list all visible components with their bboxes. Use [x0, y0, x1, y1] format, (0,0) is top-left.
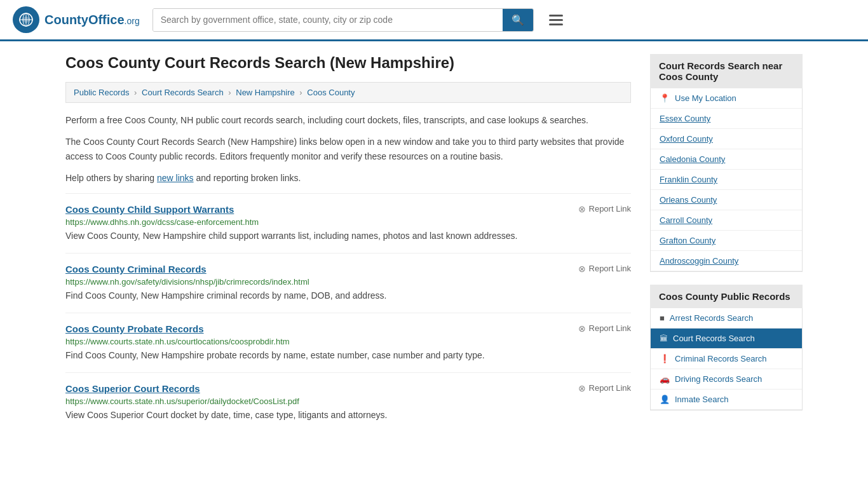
nearby-county-4[interactable]: Orleans County — [651, 190, 802, 210]
record-desc-0: View Coos County, New Hampshire child su… — [65, 229, 631, 243]
report-link-0[interactable]: ⊗ Report Link — [578, 204, 631, 214]
public-record-icon-4: 👤 — [660, 395, 670, 404]
public-record-icon-0: ■ — [660, 313, 665, 323]
nearby-county-3[interactable]: Franklin County — [651, 170, 802, 190]
public-record-icon-3: 🚗 — [660, 374, 670, 384]
use-my-location[interactable]: 📍 Use My Location — [651, 88, 802, 109]
record-title-0[interactable]: Coos County Child Support Warrants — [65, 204, 234, 215]
public-record-link-2[interactable]: ❗ Criminal Records Search — [651, 349, 802, 369]
nearby-county-5[interactable]: Carroll County — [651, 210, 802, 231]
records-list: Coos County Child Support Warrants ⊗ Rep… — [65, 193, 631, 432]
public-record-icon-2: ❗ — [660, 354, 670, 363]
breadcrumb-new-hampshire[interactable]: New Hampshire — [236, 88, 294, 97]
report-icon-2: ⊗ — [578, 323, 586, 334]
record-desc-1: Find Coos County, New Hampshire criminal… — [65, 289, 631, 302]
report-icon-1: ⊗ — [578, 264, 586, 274]
record-title-1[interactable]: Coos County Criminal Records — [65, 264, 207, 274]
record-desc-2: Find Coos County, New Hampshire probate … — [65, 349, 631, 362]
public-record-link-4[interactable]: 👤 Inmate Search — [651, 390, 802, 410]
report-link-1[interactable]: ⊗ Report Link — [578, 264, 631, 274]
record-item: Coos Superior Court Records ⊗ Report Lin… — [65, 372, 631, 432]
report-label-1: Report Link — [589, 264, 631, 273]
nearby-county-7[interactable]: Androscoggin County — [651, 251, 802, 271]
record-desc-3: View Coos Superior Court docket by date,… — [65, 409, 631, 422]
description-para2: The Coos County Court Records Search (Ne… — [65, 135, 631, 163]
description-para1: Perform a free Coos County, NH public co… — [65, 113, 631, 127]
report-label-0: Report Link — [589, 204, 631, 214]
search-input[interactable] — [153, 9, 503, 31]
menu-line-3 — [549, 24, 563, 25]
record-header: Coos Superior Court Records ⊗ Report Lin… — [65, 383, 631, 394]
report-link-2[interactable]: ⊗ Report Link — [578, 323, 631, 334]
report-icon-0: ⊗ — [578, 204, 586, 214]
report-link-3[interactable]: ⊗ Report Link — [578, 383, 631, 393]
logo-icon — [13, 6, 39, 33]
breadcrumb-public-records[interactable]: Public Records — [74, 88, 129, 97]
record-url-2: https://www.courts.state.nh.us/courtloca… — [65, 337, 631, 346]
menu-line-2 — [549, 19, 563, 21]
record-title-3[interactable]: Coos Superior Court Records — [65, 383, 200, 394]
breadcrumb-court-records[interactable]: Court Records Search — [142, 88, 224, 97]
header: CountyOffice.org 🔍 — [0, 0, 868, 41]
record-title-2[interactable]: Coos County Probate Records — [65, 323, 204, 334]
breadcrumb-sep-2: › — [228, 88, 231, 97]
report-label-3: Report Link — [589, 383, 631, 393]
menu-line-1 — [549, 15, 563, 17]
public-record-link-3[interactable]: 🚗 Driving Records Search — [651, 369, 802, 390]
nearby-county-6[interactable]: Grafton County — [651, 231, 802, 251]
new-links-link[interactable]: new links — [157, 173, 194, 183]
report-icon-3: ⊗ — [578, 383, 586, 393]
content-area: Coos County Court Records Search (New Ha… — [65, 54, 631, 432]
nearby-county-0[interactable]: Essex County — [651, 109, 802, 129]
record-item: Coos County Criminal Records ⊗ Report Li… — [65, 253, 631, 313]
menu-button[interactable] — [546, 12, 566, 28]
use-my-location-label: Use My Location — [675, 93, 736, 103]
nearby-county-1[interactable]: Oxford County — [651, 129, 802, 149]
nearby-county-2[interactable]: Caledonia County — [651, 149, 802, 170]
public-record-label-1: Court Records Search — [673, 334, 755, 343]
breadcrumb-sep-3: › — [299, 88, 302, 97]
record-url-1: https://www.nh.gov/safety/divisions/nhsp… — [65, 277, 631, 287]
nearby-header: Court Records Search near Coos County — [650, 54, 803, 88]
search-bar: 🔍 — [153, 8, 534, 32]
page-title: Coos County Court Records Search (New Ha… — [65, 54, 631, 72]
record-url-3: https://www.courts.state.nh.us/superior/… — [65, 396, 631, 406]
nearby-section: Court Records Search near Coos County 📍 … — [650, 54, 803, 272]
nearby-counties: Essex CountyOxford CountyCaledonia Count… — [651, 109, 802, 271]
description-para3: Help others by sharing new links and rep… — [65, 171, 631, 185]
public-records-section: Coos County Public Records ■ Arrest Reco… — [650, 285, 803, 410]
public-record-link-0[interactable]: ■ Arrest Records Search — [651, 308, 802, 329]
search-button[interactable]: 🔍 — [503, 9, 533, 31]
sidebar: Court Records Search near Coos County 📍 … — [650, 54, 803, 432]
record-item: Coos County Child Support Warrants ⊗ Rep… — [65, 193, 631, 253]
nearby-links: 📍 Use My Location Essex CountyOxford Cou… — [650, 88, 803, 272]
public-record-label-3: Driving Records Search — [675, 374, 762, 384]
record-header: Coos County Child Support Warrants ⊗ Rep… — [65, 204, 631, 215]
breadcrumb-coos-county[interactable]: Coos County — [307, 88, 355, 97]
main-container: Coos County Court Records Search (New Ha… — [53, 41, 815, 445]
record-item: Coos County Probate Records ⊗ Report Lin… — [65, 313, 631, 372]
logo-text: CountyOffice.org — [44, 13, 140, 27]
public-record-label-4: Inmate Search — [675, 395, 729, 404]
public-records-links: ■ Arrest Records Search 🏛 Court Records … — [650, 308, 803, 410]
logo[interactable]: CountyOffice.org — [13, 6, 140, 33]
record-header: Coos County Probate Records ⊗ Report Lin… — [65, 323, 631, 334]
public-records-header: Coos County Public Records — [650, 285, 803, 308]
location-icon: 📍 — [660, 93, 670, 103]
public-record-label-0: Arrest Records Search — [670, 313, 754, 323]
public-record-link-1[interactable]: 🏛 Court Records Search — [651, 329, 802, 349]
report-label-2: Report Link — [589, 323, 631, 333]
record-url-0: https://www.dhhs.nh.gov/dcss/case-enforc… — [65, 217, 631, 227]
public-record-icon-1: 🏛 — [660, 334, 668, 343]
public-record-label-2: Criminal Records Search — [675, 354, 767, 363]
breadcrumb: Public Records › Court Records Search › … — [65, 82, 631, 103]
record-header: Coos County Criminal Records ⊗ Report Li… — [65, 264, 631, 274]
breadcrumb-sep-1: › — [134, 88, 137, 97]
